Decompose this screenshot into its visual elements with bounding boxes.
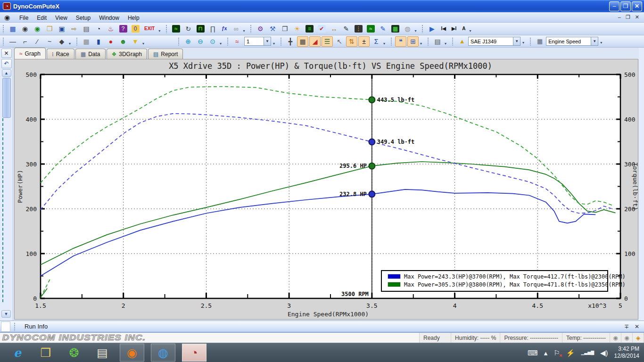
new-run-icon[interactable]: ◉ <box>32 24 43 34</box>
dock-scroll-thumb[interactable] <box>2 78 11 118</box>
zoom-in-icon[interactable]: ⊕ <box>182 36 194 47</box>
taskbar-clock[interactable]: 3:42 PM 12/8/2014 <box>614 346 639 360</box>
x-channel-select-arrow[interactable]: ▼ <box>591 37 598 46</box>
menu-view[interactable]: View <box>51 14 72 22</box>
function-icon[interactable]: ƒx <box>219 24 229 34</box>
dyno-wheel-icon[interactable]: ◉ <box>19 24 31 34</box>
menu-window[interactable]: Window <box>95 14 124 22</box>
taskbar-media-player-icon[interactable]: ◍ <box>151 344 175 362</box>
dock-close-button[interactable]: ✕ <box>1 49 12 58</box>
calculator-icon[interactable]: ▦ <box>389 24 401 34</box>
pin-icon[interactable]: ∓ <box>624 323 629 330</box>
status-sync-icon[interactable]: ◉ <box>610 333 621 343</box>
tab-data[interactable]: ▦Data <box>75 49 106 59</box>
close-button[interactable]: ✕ <box>632 1 642 11</box>
curve-style-icon[interactable]: ~ <box>44 36 55 47</box>
taskbar-explorer-icon[interactable]: ❒ <box>35 344 57 362</box>
toolbar-overflow-chevron[interactable]: ▾ <box>273 41 275 47</box>
toolbar-overflow-chevron[interactable]: ▾ <box>414 29 416 34</box>
graph-scale-icon[interactable]: ≈ <box>231 36 243 47</box>
correction-select-arrow[interactable]: ▼ <box>513 37 520 46</box>
gear-icon[interactable]: ⚙ <box>255 24 266 34</box>
open-icon[interactable]: ❒ <box>44 24 55 34</box>
toolbar-overflow-chevron[interactable]: ▾ <box>420 41 422 47</box>
x-channel-select[interactable]: ▦Engine Speed▼ <box>535 37 598 46</box>
dock-scroll-down-button[interactable]: ▼ <box>1 310 11 318</box>
live-graph-icon[interactable]: ≈ <box>365 24 376 34</box>
slope-style-icon[interactable]: ∕ <box>32 36 43 47</box>
line-style-icon[interactable]: — <box>7 36 18 47</box>
verify-icon[interactable]: ✔ <box>316 24 327 34</box>
font-icon[interactable]: A <box>460 24 468 34</box>
toolbar-overflow-chevron[interactable]: ▾ <box>69 41 71 47</box>
network-icon[interactable]: ▁▃▅▇ <box>581 351 594 355</box>
menu-help[interactable]: Help <box>124 14 144 22</box>
channels-panel-icon[interactable]: ⇅ <box>346 36 357 47</box>
action-center-flag-icon[interactable]: ⚐✕ <box>553 349 560 356</box>
toolbar-overflow-chevron[interactable]: ▾ <box>522 41 524 46</box>
keyboard-icon[interactable]: ⌨ <box>528 349 538 356</box>
correction-select-value[interactable]: SAE J1349 <box>468 37 513 46</box>
properties-icon[interactable]: ▤ <box>432 36 443 47</box>
table-toggle-icon[interactable]: ⊞ <box>407 36 419 47</box>
toolbar-overflow-chevron[interactable]: ▾ <box>383 41 385 47</box>
pulse-icon[interactable]: ∏ <box>207 24 218 34</box>
sigma-icon[interactable]: Σ <box>371 36 382 47</box>
grid-toggle-icon[interactable]: ▦ <box>297 36 308 47</box>
taskbar-firefox-icon[interactable]: ◉ <box>120 344 144 362</box>
tab-graph[interactable]: ≈Graph <box>14 48 46 59</box>
step-style-icon[interactable]: ⌐ <box>19 36 31 47</box>
run-manager-icon[interactable]: ▦ <box>7 24 18 34</box>
dock-undo-button[interactable]: ↶ <box>1 59 12 68</box>
taskbar-media-icon[interactable]: ❂ <box>63 344 85 362</box>
zoom-level-select-value[interactable]: 1 <box>244 37 264 46</box>
toolbar-overflow-chevron[interactable]: ▾ <box>243 29 245 34</box>
book-icon[interactable]: ▮ <box>93 36 104 47</box>
legend-toggle-icon[interactable]: ☰ <box>322 36 333 47</box>
zoom-window-icon[interactable]: ⊙ <box>207 36 218 47</box>
correction-select[interactable]: ▲SAE J1349▼ <box>457 37 520 46</box>
traffic-light-icon[interactable]: ⋮ <box>353 24 364 34</box>
window-icon[interactable]: ❐ <box>279 24 290 34</box>
restore-button[interactable]: ❐ <box>620 1 631 11</box>
ruler-icon[interactable]: ↔ <box>328 24 339 34</box>
tools-icon[interactable]: ⚒ <box>267 24 278 34</box>
toolbar-overflow-chevron[interactable]: ▾ <box>142 41 144 47</box>
pen-icon[interactable]: ✎ <box>340 24 352 34</box>
volume-icon[interactable]: ◀) <box>600 349 608 356</box>
zoom-out-icon[interactable]: ⊖ <box>195 36 206 47</box>
tab-3dgraph[interactable]: ❖3DGraph <box>107 49 147 59</box>
play-icon[interactable]: ▶ <box>426 24 438 34</box>
mic-icon[interactable]: ◍ <box>402 24 413 34</box>
engine-icon[interactable]: ♨ <box>105 24 116 34</box>
menu-file[interactable]: File <box>15 14 33 22</box>
toolbar-overflow-chevron[interactable]: ▾ <box>600 41 602 46</box>
mdi-restore-button[interactable]: ❐ <box>626 14 630 20</box>
skip-start-icon[interactable]: I◀ <box>438 24 448 34</box>
weather-icon[interactable]: ☀ <box>291 24 303 34</box>
dock-scroll-up-button[interactable]: ▲ <box>2 69 11 77</box>
zoom-level-select[interactable]: 1▼ <box>244 37 271 46</box>
connector-icon[interactable]: ∞ <box>230 24 241 34</box>
tray-expand-icon[interactable]: ▴ <box>544 349 548 356</box>
customer-icon[interactable]: ☻ <box>117 36 129 47</box>
filter-icon[interactable]: ▼ <box>130 36 141 47</box>
export-run-icon[interactable]: ⇨ <box>68 24 80 34</box>
toolbar-overflow-chevron[interactable]: ▾ <box>158 29 160 34</box>
menu-setup[interactable]: Setup <box>72 14 95 22</box>
run-info-close-icon[interactable]: ✕ <box>635 323 639 330</box>
zoom-level-select-arrow[interactable]: ▼ <box>264 37 271 46</box>
taskbar-ie-icon[interactable]: e <box>7 344 28 362</box>
toolbar-overflow-chevron[interactable]: ▾ <box>220 41 222 47</box>
mdi-close-button[interactable]: ✕ <box>635 14 639 20</box>
rotate-icon[interactable]: ↻ <box>182 24 194 34</box>
taskbar-dyno-icon[interactable]: ◔ <box>182 344 206 362</box>
skip-end-icon[interactable]: ▶I <box>449 24 459 34</box>
vehicle-icon[interactable]: ● <box>105 36 116 47</box>
status-alert-icon[interactable]: ◈ <box>633 333 644 343</box>
minimize-button[interactable]: – <box>609 1 619 11</box>
area-graph-icon[interactable]: ◢ <box>309 36 321 47</box>
gauge-window-icon[interactable]: ◔ <box>93 24 104 34</box>
display-panel-icon[interactable]: ≡ <box>304 24 315 34</box>
x-channel-select-value[interactable]: Engine Speed <box>546 37 591 46</box>
